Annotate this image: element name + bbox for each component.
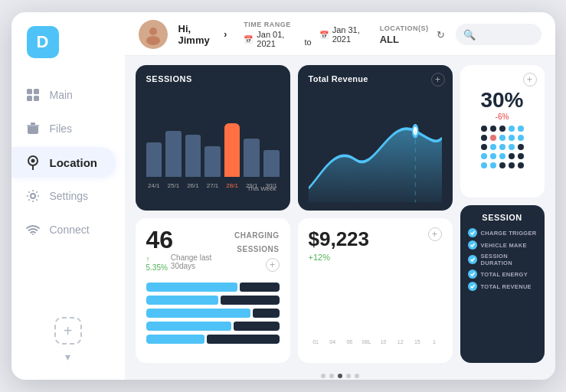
bar-col-4: 28/1: [224, 123, 240, 189]
svg-rect-0: [27, 89, 32, 94]
horiz-bar-3: [146, 322, 280, 331]
bar-label-4: 28/1: [226, 182, 238, 189]
session-item-0[interactable]: CHARGE TRIGGER: [468, 228, 537, 237]
session-item-1[interactable]: VEHICLE MAKE: [468, 240, 537, 250]
total-revenue-card: Total Revenue +: [298, 65, 453, 211]
charging-sessions-card: 46 ↑ 5.35% Change last 30days CHARGING S…: [136, 218, 290, 364]
page-dot-2[interactable]: [338, 374, 342, 378]
bar-col-3: 27/1: [204, 146, 221, 189]
svg-point-11: [149, 28, 157, 35]
pagination: [125, 371, 555, 380]
rev-col-3: 08L: [359, 290, 374, 345]
bar-col-6: 30/1: [263, 150, 280, 189]
app-logo: D: [27, 26, 59, 58]
main-content: Hi, Jimmy › TIME RANGE 📅 Jan 01, 2021 to…: [125, 12, 555, 380]
page-dot-3[interactable]: [346, 374, 351, 378]
location-value[interactable]: ALL: [380, 34, 429, 45]
dot-grid: [481, 126, 524, 168]
time-range-filter: TIME RANGE 📅 Jan 01, 2021: [244, 21, 296, 48]
sidebar-item-connect-label: Connect: [50, 224, 90, 236]
horiz-bar-seg-0-dark: [240, 283, 279, 292]
horiz-bar-2: [146, 309, 280, 318]
add-button[interactable]: +: [54, 317, 82, 345]
page-dot-1[interactable]: [329, 374, 334, 378]
percent-change: -6%: [496, 113, 509, 121]
session-item-3[interactable]: TOTAL ENERGY: [468, 270, 537, 279]
rev-col-6: 15: [410, 290, 424, 345]
rev-col-1: 04: [326, 290, 340, 345]
page-dot-4[interactable]: [355, 374, 359, 378]
search-box[interactable]: 🔍: [456, 24, 541, 45]
dot-2-4: [518, 144, 524, 150]
session-item-2[interactable]: SESSION DURATION: [468, 253, 537, 266]
chevron-down-icon[interactable]: ▾: [65, 351, 70, 363]
sidebar-item-location[interactable]: Location: [11, 147, 116, 178]
dot-0-0: [481, 126, 487, 132]
sidebar-bottom: + ▾: [11, 317, 125, 371]
horiz-bar-seg-3-cyan: [146, 322, 231, 331]
horiz-bar-seg-4-dark: [207, 335, 279, 344]
dot-4-4: [518, 162, 524, 168]
dot-4-0: [481, 162, 487, 168]
sidebar-item-main-label: Main: [50, 89, 73, 101]
session-label-0: CHARGE TRIGGER: [481, 230, 537, 237]
dot-1-4: [518, 135, 524, 141]
app-wrapper: D Main: [11, 12, 555, 380]
rev-col-5: 12: [393, 290, 407, 345]
dashboard: SESSIONS 24/1 25/1 26/1: [125, 56, 555, 371]
svg-rect-1: [34, 89, 39, 94]
svg-point-12: [146, 36, 160, 45]
dot-3-1: [490, 153, 496, 159]
revenue-plus-btn[interactable]: +: [431, 73, 445, 87]
bar-col-1: 25/1: [165, 131, 182, 189]
date-from-value[interactable]: 📅 Jan 01, 2021: [244, 30, 296, 48]
charging-plus-btn[interactable]: +: [266, 258, 280, 272]
check-icon-0: [468, 228, 477, 237]
rev-col-2: 06: [342, 290, 357, 345]
dot-row-0: [481, 126, 524, 132]
header-greeting: Hi, Jimmy ›: [178, 23, 227, 46]
refresh-icon[interactable]: ↻: [437, 29, 445, 41]
sidebar-item-connect[interactable]: Connect: [11, 214, 116, 245]
grid-icon: [25, 87, 41, 103]
bar-label-2: 26/1: [187, 182, 199, 189]
dot-row-1: [481, 135, 524, 141]
dot-1-0: [481, 135, 487, 141]
dot-0-4: [518, 126, 524, 132]
bar-5: [244, 139, 260, 177]
settings-icon: [25, 188, 41, 204]
bar-4-highlighted: [224, 123, 240, 177]
sidebar-item-files[interactable]: Files: [11, 113, 116, 144]
svg-rect-3: [34, 96, 39, 101]
date-to-value[interactable]: 📅 Jan 31, 2021: [319, 25, 372, 44]
search-icon: 🔍: [463, 29, 476, 41]
revenue-change: +12%: [309, 253, 370, 262]
header-chevron-icon: ›: [224, 29, 227, 40]
dot-2-0: [481, 144, 487, 150]
svg-point-10: [32, 234, 34, 235]
svg-rect-6: [27, 125, 39, 126]
revenue-title: Total Revenue: [309, 74, 442, 83]
percent-plus-btn[interactable]: +: [523, 73, 537, 87]
revenue2-card: $9,223 +12% + 01: [298, 218, 453, 364]
sidebar-nav: Main Files: [11, 80, 125, 245]
dot-4-3: [509, 162, 515, 168]
wifi-icon: [25, 222, 41, 237]
bar-col-5: 29/1: [244, 139, 260, 189]
dot-row-3: [481, 153, 524, 159]
sessions-title: SESSIONS: [146, 74, 280, 83]
session-item-4[interactable]: TOTAL REVENUE: [468, 282, 537, 291]
revenue2-plus-btn[interactable]: +: [428, 227, 442, 241]
percent-value: 30%: [480, 88, 523, 113]
sessions-card: SESSIONS 24/1 25/1 26/1: [136, 65, 290, 211]
check-icon-4: [468, 282, 477, 291]
dot-4-2: [499, 162, 505, 168]
percent-card: + 30% -6%: [460, 65, 545, 198]
locations-label: LOCATION(S): [380, 24, 429, 32]
sidebar-item-main[interactable]: Main: [11, 80, 116, 110]
bar-col-0: 24/1: [146, 142, 162, 189]
rev-col-4: 10: [376, 290, 391, 345]
dot-3-0: [481, 153, 487, 159]
page-dot-0[interactable]: [321, 374, 326, 378]
sidebar-item-settings[interactable]: Settings: [11, 181, 116, 211]
